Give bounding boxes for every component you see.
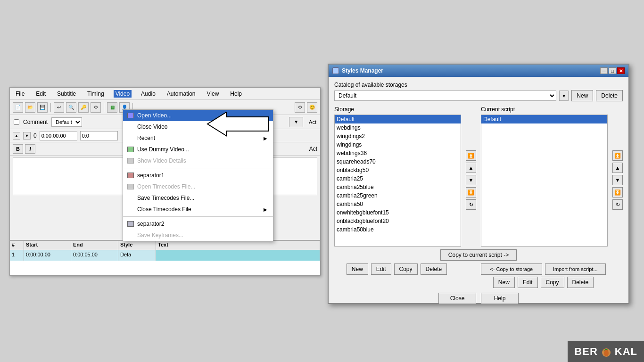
undo-btn[interactable]: ↩ — [54, 102, 64, 113]
storage-item-wingdings[interactable]: wingdings — [335, 140, 461, 149]
move-top-btn[interactable]: ⏫ — [466, 150, 476, 161]
settings-btn[interactable]: ⚙ — [91, 102, 101, 113]
bottom-btns: Close Help — [334, 293, 623, 304]
current-script-list[interactable]: Default — [481, 115, 608, 247]
table-row[interactable]: 1 0:00:00.00 0:00:05.00 Defa — [10, 250, 320, 261]
script-item-default[interactable]: Default — [481, 115, 607, 123]
storage-copy-btn[interactable]: Copy — [394, 263, 418, 275]
open-btn[interactable]: 📂 — [25, 102, 35, 113]
menu-subtitle[interactable]: Subtitle — [55, 90, 78, 98]
storage-item-default[interactable]: Default — [335, 115, 461, 123]
storage-edit-btn[interactable]: Edit — [371, 263, 391, 275]
new-btn[interactable]: 📄 — [13, 102, 23, 113]
storage-item-onblackbg50[interactable]: onblackbg50 — [335, 166, 461, 174]
menu-timing[interactable]: Timing — [85, 90, 106, 98]
r-move-down-btn[interactable]: ▼ — [612, 175, 623, 185]
row-number: 0 — [33, 132, 37, 139]
storage-item-cambria50blue[interactable]: cambria50blue — [335, 225, 461, 234]
storage-delete-btn[interactable]: Delete — [421, 263, 447, 275]
copy-to-storage-btn[interactable]: <- Copy to storage — [481, 263, 542, 275]
storage-item-webdings36[interactable]: webdings36 — [335, 149, 461, 157]
script-edit-btn[interactable]: Edit — [518, 277, 538, 288]
r-move-up-btn[interactable]: ▲ — [612, 163, 623, 173]
extra-btn2[interactable]: 😊 — [307, 102, 317, 113]
storage-item-onblackblue[interactable]: onblackbgbluefont20 — [335, 217, 461, 225]
open-timecodes-label: separator1 — [137, 172, 164, 179]
move-bottom-btn[interactable]: ⏬ — [466, 187, 476, 197]
storage-item-cambria25blue[interactable]: cambria25blue — [335, 183, 461, 191]
r-refresh-btn[interactable]: ↻ — [612, 199, 623, 210]
r-move-bottom-btn[interactable]: ⏬ — [612, 187, 623, 197]
menu-edit[interactable]: Edit — [34, 90, 48, 98]
move-up-btn[interactable]: ▲ — [466, 163, 476, 173]
move-down-btn[interactable]: ▼ — [466, 175, 476, 185]
catalog-delete-btn[interactable]: Delete — [596, 90, 623, 101]
minimize-btn[interactable]: ─ — [600, 67, 608, 74]
storage-item-wingdings2[interactable]: wingdings2 — [335, 132, 461, 140]
refresh-btn[interactable]: ↻ — [466, 199, 476, 210]
catalog-dropdown[interactable]: Default — [334, 90, 556, 101]
extra-btn1[interactable]: ⚙ — [295, 102, 305, 113]
save-keyframes-label: Save Keyframes... — [137, 232, 183, 239]
script-delete-btn[interactable]: Delete — [567, 277, 594, 288]
help-btn[interactable]: Help — [481, 293, 519, 304]
storage-item-webdings[interactable]: webdings — [335, 123, 461, 132]
menu-audio[interactable]: Audio — [139, 90, 157, 98]
storage-list[interactable]: Default webdings wingdings2 wingdings we… — [334, 115, 461, 247]
replace-btn[interactable]: 🔑 — [78, 102, 89, 113]
start-time-input[interactable] — [40, 131, 77, 140]
end-time-input[interactable] — [80, 131, 118, 140]
storage-item-cambria25green[interactable]: cambria25green — [335, 191, 461, 200]
menu-file[interactable]: File — [14, 90, 26, 98]
import-from-script-btn[interactable]: Import from script... — [545, 263, 606, 275]
menu-automation[interactable]: Automation — [165, 90, 198, 98]
menu-open-keyframes[interactable]: separator2 — [123, 218, 273, 230]
comment-label: Comment — [23, 119, 48, 125]
dialog-titlebar: Styles Manager ─ □ ✕ — [329, 65, 628, 77]
menu-open-timecodes[interactable]: separator1 — [123, 170, 273, 181]
menu-video[interactable]: Video — [114, 90, 132, 98]
save-btn[interactable]: 💾 — [37, 102, 48, 113]
menu-recent-1[interactable]: Recent ▶ — [123, 132, 273, 144]
cell-start: 0:00:00.00 — [24, 250, 71, 261]
storage-item-onwhite[interactable]: onwhitebgbluefont15 — [335, 208, 461, 217]
script-new-btn[interactable]: New — [493, 277, 515, 288]
comment-checkbox[interactable] — [14, 119, 19, 125]
storage-item-cambria50[interactable]: cambria50 — [335, 200, 461, 208]
italic-btn[interactable]: I — [25, 144, 35, 154]
menu-recent-2[interactable]: Close Timecodes File ▶ — [123, 204, 273, 215]
maximize-btn[interactable]: □ — [609, 67, 616, 74]
col-end: End — [71, 241, 118, 250]
row-up-btn[interactable]: ▲ — [13, 132, 20, 140]
watermark-icon — [600, 345, 613, 358]
open-timecodes-icon — [126, 173, 135, 178]
bold-btn[interactable]: B — [13, 144, 23, 154]
find-btn[interactable]: 🔍 — [66, 102, 76, 113]
menu-help[interactable]: Help — [228, 90, 244, 98]
row-down-btn[interactable]: ▼ — [23, 132, 31, 140]
close-btn[interactable]: Close — [438, 293, 476, 304]
separator-1 — [123, 168, 273, 168]
watermark-text-bero: BER — [574, 346, 597, 358]
catalog-new-btn[interactable]: New — [571, 90, 593, 101]
menu-open-video[interactable]: Open Video... — [123, 110, 273, 121]
storage-item-cambria25[interactable]: cambria25 — [335, 174, 461, 183]
script-copy-btn[interactable]: Copy — [541, 277, 564, 288]
close-video-label: Close Video — [137, 123, 168, 130]
r-move-top-btn[interactable]: ⏫ — [612, 150, 623, 161]
menu-close-timecodes[interactable]: Save Timecodes File... — [123, 192, 273, 204]
style-dropdown[interactable]: Default — [51, 117, 82, 127]
menu-dummy-video[interactable]: Use Dummy Video... — [123, 144, 273, 155]
open-keyframes-label: separator2 — [137, 221, 164, 227]
storage-new-btn[interactable]: New — [347, 263, 368, 275]
close-dialog-btn[interactable]: ✕ — [617, 67, 625, 74]
menu-close-video[interactable]: Close Video — [123, 121, 273, 132]
watermark: BER KAL — [568, 341, 644, 362]
copy-to-script-btn[interactable]: Copy to current script -> — [440, 249, 517, 261]
col-num: # — [10, 241, 24, 250]
options-dropdown-btn[interactable]: ▼ — [289, 117, 303, 127]
color-btn[interactable]: ▦ — [107, 102, 117, 113]
catalog-arrow-btn[interactable]: ▼ — [559, 90, 569, 101]
storage-item-squareheads70[interactable]: squareheads70 — [335, 157, 461, 166]
menu-view[interactable]: View — [205, 90, 221, 98]
